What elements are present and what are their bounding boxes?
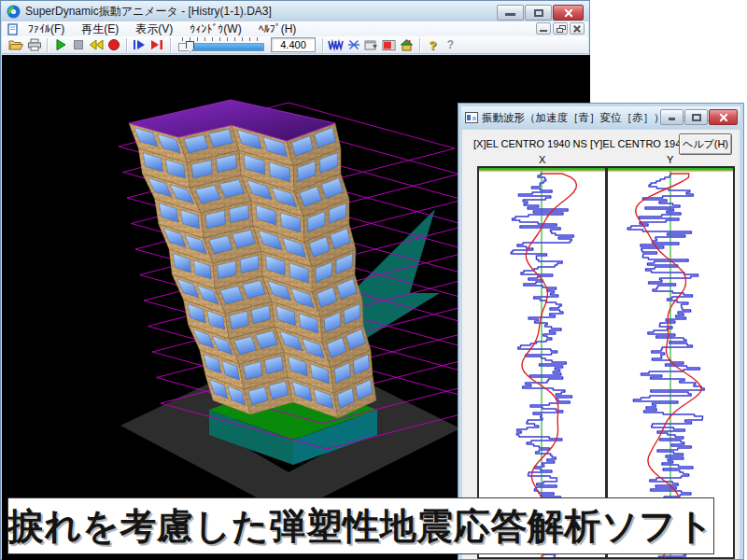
- wave-close-button[interactable]: [709, 109, 738, 125]
- stop-button[interactable]: [69, 37, 87, 52]
- caption-banner: 捩れを考慮した弾塑性地震応答解析ソフト: [7, 497, 714, 554]
- mdi-close-button[interactable]: [570, 22, 585, 35]
- main-titlebar[interactable]: SuperDynamic振動アニメータ - [Histry(1-1).DA3]: [1, 1, 589, 21]
- step-forward-button[interactable]: [131, 37, 148, 52]
- menu-bar: ﾌｧｲﾙ(F) 再生(E) 表示(V) ｳｨﾝﾄﾞｳ(W) ﾍﾙﾌﾟ(H): [2, 21, 588, 36]
- menu-file[interactable]: ﾌｧｲﾙ(F): [20, 22, 73, 35]
- rewind-button[interactable]: [87, 37, 105, 52]
- y-panel-label: Y: [667, 154, 673, 165]
- mdi-restore-button[interactable]: [553, 22, 568, 35]
- waveform-client: [X]EL CENTRO 1940 NS [Y]EL CENTRO 1940 E…: [462, 130, 740, 559]
- slider-progress: [191, 44, 263, 50]
- waveform-titlebar[interactable]: 振動波形（加速度［青］変位［赤］） : Histry(...: [461, 106, 740, 129]
- record-button[interactable]: [105, 37, 122, 52]
- model-home-button[interactable]: [398, 37, 416, 52]
- menu-playback[interactable]: 再生(E): [73, 21, 127, 37]
- help-icon-button[interactable]: ?: [424, 37, 442, 52]
- waveform-window: 振動波形（加速度［青］変位［赤］） : Histry(... [X]EL CEN…: [458, 103, 744, 560]
- wave-minimize-button[interactable]: [660, 109, 684, 125]
- open-button[interactable]: [7, 37, 25, 52]
- maximize-button[interactable]: [525, 5, 552, 21]
- menu-help[interactable]: ﾍﾙﾌﾟ(H): [250, 22, 305, 35]
- minimize-button[interactable]: [497, 5, 524, 21]
- toolbar: 4.400 ? ?: [2, 36, 588, 54]
- document-icon[interactable]: [7, 23, 20, 35]
- maximize-icon: [534, 9, 543, 17]
- node-star-button[interactable]: [345, 37, 362, 52]
- menu-view[interactable]: 表示(V): [127, 21, 181, 37]
- window-red-button[interactable]: [380, 37, 398, 52]
- play-button[interactable]: [51, 37, 69, 52]
- print-button[interactable]: [25, 37, 43, 52]
- waveform-window-icon: [465, 112, 478, 123]
- wave-maximize-button[interactable]: [684, 109, 708, 125]
- app-icon: [7, 5, 21, 19]
- record-names-label: [X]EL CENTRO 1940 NS [Y]EL CENTRO 1940 E…: [473, 138, 706, 149]
- waveform-icon-button[interactable]: [327, 37, 345, 52]
- menu-window[interactable]: ｳｨﾝﾄﾞｳ(W): [181, 22, 249, 35]
- minimize-icon: [505, 13, 515, 16]
- time-value-box[interactable]: 4.400: [271, 37, 316, 52]
- step-to-end-button[interactable]: [148, 37, 166, 52]
- slider-ticks: [182, 37, 261, 41]
- caption-text: 捩れを考慮した弾塑性地震応答解析ソフト: [7, 501, 714, 552]
- context-help-button[interactable]: ?: [442, 37, 459, 52]
- help-button[interactable]: ヘルプ(H): [679, 133, 732, 155]
- mdi-minimize-button[interactable]: [536, 22, 551, 35]
- x-panel-label: X: [539, 154, 545, 165]
- window-gray-button[interactable]: [362, 37, 380, 52]
- close-button[interactable]: [553, 5, 584, 21]
- window-title: SuperDynamic振動アニメータ - [Histry(1-1).DA3]: [25, 4, 272, 20]
- time-slider[interactable]: [178, 37, 264, 52]
